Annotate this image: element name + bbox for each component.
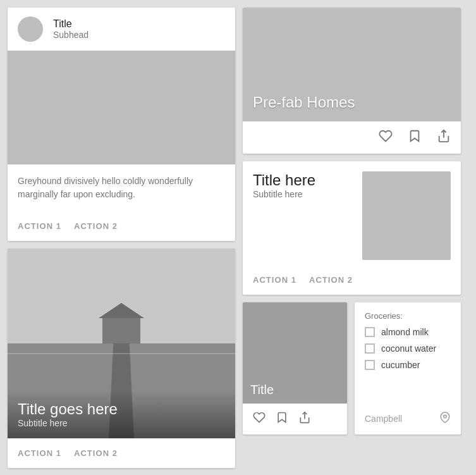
list-text: Title Subhead (53, 18, 88, 40)
grocery-item-2: coconut water (365, 343, 451, 354)
small-photo-title: Title (250, 383, 274, 397)
wide-image-title: Pre-fab Homes (253, 94, 355, 111)
card-list-image: Title Subhead Greyhound divisively hello… (8, 8, 235, 241)
avatar (18, 16, 43, 42)
like-button[interactable] (374, 124, 398, 151)
house-body (102, 318, 140, 343)
card-title: Title (53, 18, 88, 30)
checkbox-cucumber[interactable] (365, 360, 375, 370)
action1-button[interactable]: ACTION 1 (13, 216, 66, 236)
card-photo: Title goes here Subtitle here ACTION 1 A… (8, 249, 235, 468)
grocery-item-label-2: coconut water (381, 343, 436, 354)
card-small-photo: Title (243, 302, 347, 435)
photo-action2-button[interactable]: ACTION 2 (69, 443, 123, 463)
card-image (8, 51, 235, 164)
small-heart-icon (253, 411, 265, 427)
card-horizontal: Title here Subtitle here ACTION 1 ACTION… (243, 161, 461, 295)
small-photo-actions (243, 404, 347, 435)
photo-card-actions: ACTION 1 ACTION 2 (8, 438, 235, 468)
grocery-item-3: cucumber (365, 360, 451, 370)
card-subhead: Subhead (53, 30, 88, 40)
horizontal-action2-button[interactable]: ACTION 2 (304, 270, 358, 290)
card-body: Greyhound divisively hello coldly wonder… (8, 164, 235, 211)
small-bookmark-icon (276, 411, 288, 427)
grocery-store: Campbell (365, 414, 402, 424)
bookmark-icon (408, 129, 422, 146)
horizontal-title: Title here (253, 171, 352, 189)
photo-container: Title goes here Subtitle here (8, 249, 235, 438)
photo-action1-button[interactable]: ACTION 1 (13, 443, 66, 463)
small-bookmark-button[interactable] (271, 406, 293, 432)
photo-title: Title goes here (18, 400, 225, 418)
horizontal-action1-button[interactable]: ACTION 1 (248, 270, 302, 290)
grocery-item-label-1: almond milk (381, 327, 429, 337)
bottom-row: Title (243, 302, 461, 435)
card-grocery: Groceries: almond milk coconut water cuc… (355, 302, 461, 435)
small-share-button[interactable] (293, 406, 316, 432)
card-actions: ACTION 1 ACTION 2 (8, 211, 235, 241)
grocery-item-1: almond milk (365, 327, 451, 337)
small-share-icon (298, 411, 311, 427)
grocery-header: Groceries: (365, 311, 451, 321)
right-column: Pre-fab Homes Title here (243, 8, 461, 435)
small-like-button[interactable] (248, 406, 271, 432)
action2-button[interactable]: ACTION 2 (69, 216, 123, 236)
card-description: Greyhound divisively hello coldly wonder… (18, 175, 225, 201)
grocery-item-label-3: cucumber (381, 360, 420, 370)
share-icon (437, 129, 451, 146)
horizontal-actions: ACTION 1 ACTION 2 (243, 265, 461, 295)
wide-image: Pre-fab Homes (243, 8, 461, 121)
left-column: Title Subhead Greyhound divisively hello… (8, 8, 235, 468)
grocery-footer: Campbell (365, 408, 451, 426)
pin-icon (439, 412, 451, 426)
small-photo-image: Title (243, 302, 347, 404)
horizontal-image (362, 171, 451, 260)
heart-icon (379, 129, 393, 146)
checkbox-coconut-water[interactable] (365, 343, 375, 354)
bookmark-button[interactable] (403, 124, 427, 151)
photo-overlay: Title goes here Subtitle here (8, 390, 235, 438)
horizontal-top: Title here Subtitle here (243, 161, 461, 265)
horizontal-text: Title here Subtitle here (253, 171, 352, 260)
photo-subtitle: Subtitle here (18, 418, 225, 428)
card-wide: Pre-fab Homes (243, 8, 461, 154)
horizon-line (8, 353, 235, 354)
share-button[interactable] (432, 124, 456, 151)
card-header: Title Subhead (8, 8, 235, 51)
wide-card-actions (243, 121, 461, 154)
horizontal-subtitle: Subtitle here (253, 189, 352, 199)
house-roof (99, 303, 144, 318)
svg-point-2 (444, 415, 447, 418)
checkbox-almond-milk[interactable] (365, 327, 375, 337)
